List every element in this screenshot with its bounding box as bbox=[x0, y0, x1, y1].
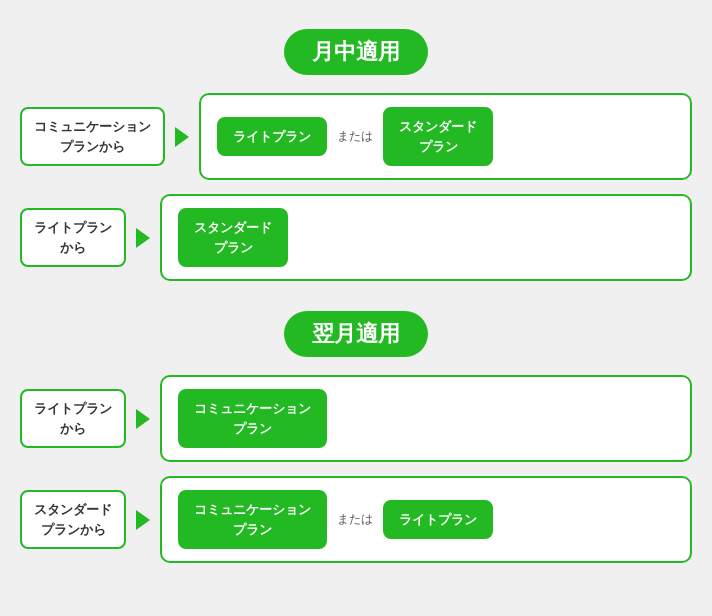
next-month-dest-2a: コミュニケーションプラン bbox=[178, 490, 327, 549]
monthly-dest-container-2: スタンダードプラン bbox=[160, 194, 692, 281]
next-month-source-2: スタンダードプランから bbox=[20, 490, 126, 549]
monthly-section: 月中適用 コミュニケーションプランから ライトプラン または スタンダードプラン… bbox=[20, 29, 692, 281]
next-month-dest-2b: ライトプラン bbox=[383, 500, 493, 540]
monthly-row-1: コミュニケーションプランから ライトプラン または スタンダードプラン bbox=[20, 93, 692, 180]
monthly-dest-container-1: ライトプラン または スタンダードプラン bbox=[199, 93, 692, 180]
main-container: 月中適用 コミュニケーションプランから ライトプラン または スタンダードプラン… bbox=[20, 29, 692, 587]
monthly-arrow-1 bbox=[175, 127, 189, 147]
next-month-row-2: スタンダードプランから コミュニケーションプラン または ライトプラン bbox=[20, 476, 692, 563]
next-month-arrow-2 bbox=[136, 510, 150, 530]
next-month-row-1: ライトプランから コミュニケーションプラン bbox=[20, 375, 692, 462]
next-month-title-area: 翌月適用 bbox=[20, 311, 692, 357]
next-month-source-1: ライトプランから bbox=[20, 389, 126, 448]
next-month-dest-container-2: コミュニケーションプラン または ライトプラン bbox=[160, 476, 692, 563]
monthly-arrow-2 bbox=[136, 228, 150, 248]
monthly-row-2: ライトプランから スタンダードプラン bbox=[20, 194, 692, 281]
next-month-title-badge: 翌月適用 bbox=[284, 311, 428, 357]
next-month-dest-container-1: コミュニケーションプラン bbox=[160, 375, 692, 462]
monthly-dest-1b: スタンダードプラン bbox=[383, 107, 493, 166]
monthly-source-2: ライトプランから bbox=[20, 208, 126, 267]
next-month-or-2: または bbox=[337, 511, 373, 528]
monthly-title-area: 月中適用 bbox=[20, 29, 692, 75]
monthly-or-1: または bbox=[337, 128, 373, 145]
monthly-dest-1a: ライトプラン bbox=[217, 117, 327, 157]
monthly-source-1: コミュニケーションプランから bbox=[20, 107, 165, 166]
next-month-dest-1a: コミュニケーションプラン bbox=[178, 389, 327, 448]
monthly-title-badge: 月中適用 bbox=[284, 29, 428, 75]
next-month-section: 翌月適用 ライトプランから コミュニケーションプラン スタンダードプランから コ… bbox=[20, 311, 692, 563]
next-month-arrow-1 bbox=[136, 409, 150, 429]
monthly-dest-2a: スタンダードプラン bbox=[178, 208, 288, 267]
